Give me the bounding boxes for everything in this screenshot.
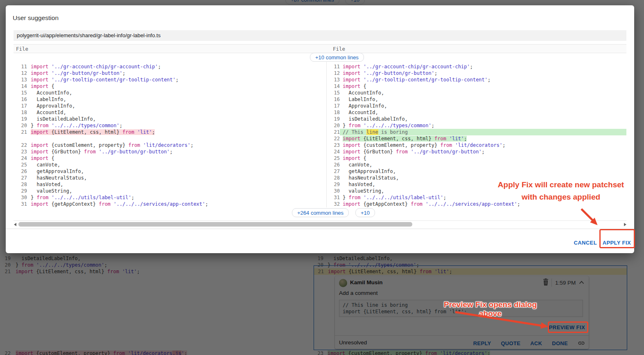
line-number[interactable]: 13 <box>326 76 340 83</box>
line-number[interactable]: 20 <box>14 122 27 129</box>
expand-common-lines-button[interactable]: +10 common lines <box>310 53 364 62</box>
line-number[interactable]: 12 <box>326 70 340 76</box>
line-number[interactable]: 29 <box>326 181 340 188</box>
line-number[interactable]: 17 <box>14 103 27 109</box>
line-number[interactable]: 18 <box>326 109 340 116</box>
line-number[interactable]: 12 <box>14 70 27 76</box>
line-number[interactable]: 25 <box>326 155 340 162</box>
line-number[interactable]: 11 <box>14 63 27 70</box>
diff-line: 16 LabelInfo, <box>326 96 626 103</box>
line-number[interactable]: 31 <box>326 194 340 201</box>
left-pane-header: File <box>16 46 28 52</box>
diff-right-pane: 11import '../gr-account-chip/gr-account-… <box>326 63 626 207</box>
cancel-button[interactable]: CANCEL <box>574 240 597 246</box>
code-line: ApprovalInfo, <box>27 103 326 109</box>
line-number[interactable]: 22 <box>326 135 340 142</box>
footer-divider <box>6 229 634 229</box>
diff-line: 16 LabelInfo, <box>14 96 326 103</box>
diff-line: 26 canVote, <box>326 162 626 168</box>
line-number[interactable]: 11 <box>326 63 340 70</box>
code-line: import {LitElement, css, html} from 'lit… <box>27 129 326 135</box>
line-number[interactable]: 22 <box>14 142 27 148</box>
diff-line: 22import {LitElement, css, html} from 'l… <box>326 135 626 142</box>
expand-common-lines-button[interactable]: +264 common lines <box>292 208 349 217</box>
line-number[interactable]: 27 <box>326 168 340 175</box>
line-number[interactable]: 24 <box>326 148 340 155</box>
code-line: hasVoted, <box>340 181 626 188</box>
diff-line: 18 AccountId, <box>14 109 326 116</box>
diff-line: 15 AccountInfo, <box>326 90 626 96</box>
line-number[interactable]: 16 <box>14 96 27 103</box>
line-number[interactable]: 29 <box>14 188 27 194</box>
diff-left-pane: 11import '../gr-account-chip/gr-account-… <box>14 63 326 207</box>
diff-line: 17 ApprovalInfo, <box>326 103 626 109</box>
line-number[interactable]: 21 <box>326 129 340 135</box>
code-line: import '../gr-button/gr-button'; <box>340 70 626 76</box>
code-line: import '../gr-tooltip-content/gr-tooltip… <box>27 76 326 83</box>
line-number[interactable]: 28 <box>326 175 340 181</box>
code-line: isDetailedLabelInfo, <box>340 116 626 122</box>
line-number[interactable]: 28 <box>14 181 27 188</box>
code-line: getApprovalInfo, <box>27 168 326 175</box>
line-number[interactable]: 27 <box>14 175 27 181</box>
diff-line: 31import {getAppContext} from '../../../… <box>14 201 326 207</box>
code-line: canVote, <box>340 162 626 168</box>
diff-header: File File <box>14 44 626 53</box>
scroll-right-arrow[interactable] <box>624 223 626 226</box>
code-line: import {LitElement, css, html} from 'lit… <box>340 135 626 142</box>
code-line: getApprovalInfo, <box>340 168 626 175</box>
code-line: import '../gr-button/gr-button'; <box>27 70 326 76</box>
diff-line: 18 AccountId, <box>326 109 626 116</box>
code-line: import { <box>27 155 326 162</box>
code-line: // This line is boring <box>340 129 626 135</box>
code-line: AccountInfo, <box>340 90 626 96</box>
code-line: import { <box>340 155 626 162</box>
line-number[interactable]: 19 <box>14 116 27 122</box>
code-line: import {customElement, property} from 'l… <box>27 142 326 148</box>
diff-line: 25import { <box>326 155 626 162</box>
diff-line: 20} from '../../../types/common'; <box>326 122 626 129</box>
line-number[interactable]: 21 <box>14 129 27 135</box>
diff-line: 14import { <box>14 83 326 90</box>
scroll-left-arrow[interactable] <box>14 223 16 226</box>
diff-line: 32import {getAppContext} from '../../../… <box>326 201 626 207</box>
line-number[interactable]: 15 <box>326 90 340 96</box>
line-number[interactable]: 23 <box>14 148 27 155</box>
line-number[interactable]: 26 <box>326 162 340 168</box>
line-number[interactable]: 14 <box>326 83 340 90</box>
line-number[interactable]: 31 <box>14 201 27 207</box>
code-line: import { <box>27 83 326 90</box>
line-number[interactable]: 19 <box>326 116 340 122</box>
diff-line: 17 ApprovalInfo, <box>14 103 326 109</box>
diff-line: 30} from '../../../utils/label-util'; <box>14 194 326 201</box>
diff-line: 24import {GrButton} from '../gr-button/g… <box>326 148 626 155</box>
line-number[interactable]: 23 <box>326 142 340 148</box>
line-number[interactable]: 18 <box>14 109 27 116</box>
line-number[interactable]: 13 <box>14 76 27 83</box>
line-number[interactable]: 16 <box>326 96 340 103</box>
line-number[interactable]: 14 <box>14 83 27 90</box>
code-line: } from '../../../utils/label-util'; <box>340 194 626 201</box>
line-number[interactable]: 32 <box>326 201 340 207</box>
line-number[interactable]: 17 <box>326 103 340 109</box>
line-number[interactable]: 25 <box>14 162 27 168</box>
line-number[interactable]: 15 <box>14 90 27 96</box>
line-number[interactable]: 30 <box>326 188 340 194</box>
diff-line: 13import '../gr-tooltip-content/gr-toolt… <box>326 76 626 83</box>
diff-line: 23import {customElement, property} from … <box>326 142 626 148</box>
code-line: import {getAppContext} from '../../../se… <box>340 201 626 207</box>
diff-line: 30 valueString, <box>326 188 626 194</box>
line-number[interactable]: 30 <box>14 194 27 201</box>
diff-line <box>14 135 326 142</box>
table-bottom-border <box>14 220 626 221</box>
horizontal-scrollbar[interactable] <box>18 222 412 227</box>
line-number[interactable]: 24 <box>14 155 27 162</box>
expand-ten-button[interactable]: +10 <box>355 208 375 217</box>
diff-line: 13import '../gr-tooltip-content/gr-toolt… <box>14 76 326 83</box>
line-number[interactable]: 20 <box>326 122 340 129</box>
diff-line: 24import { <box>14 155 326 162</box>
apply-fix-button[interactable]: APPLY FIX <box>603 240 631 246</box>
diff-line: 21// This line is boring <box>326 129 626 135</box>
user-suggestion-dialog: User suggestion polygerrit-ui/app/elemen… <box>6 5 634 253</box>
line-number[interactable]: 26 <box>14 168 27 175</box>
